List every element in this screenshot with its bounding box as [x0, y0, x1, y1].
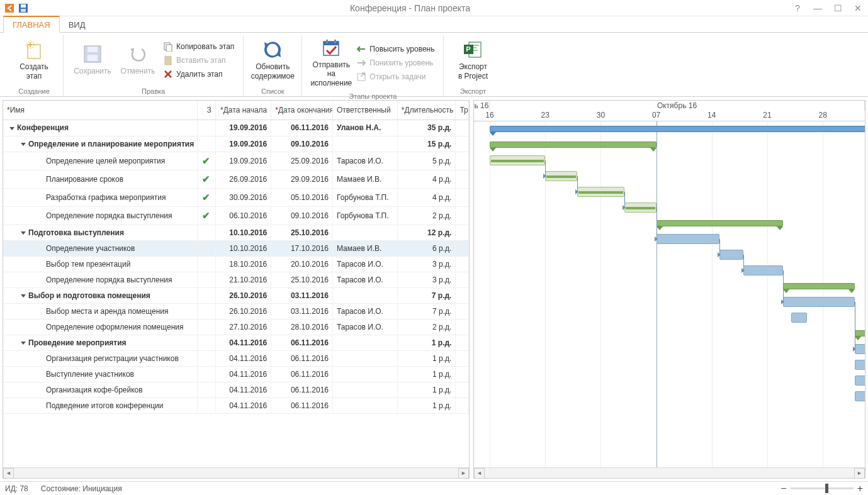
gantt-bar[interactable] [855, 344, 865, 354]
table-row[interactable]: Подготовка выступления10.10.201625.10.20… [3, 225, 469, 240]
refresh-button[interactable]: Обновить содержимое [250, 37, 295, 83]
expand-icon[interactable] [21, 231, 26, 235]
gantt-bar[interactable] [624, 203, 656, 213]
svg-rect-3 [21, 9, 26, 12]
expand-icon[interactable] [9, 127, 14, 130]
gantt-bar[interactable] [855, 360, 865, 370]
table-row[interactable]: Определение оформления помещения27.10.20… [3, 319, 469, 335]
gantt-bar[interactable] [490, 126, 865, 132]
expand-icon[interactable] [21, 143, 26, 146]
tab-view[interactable]: ВИД [60, 17, 94, 32]
gantt-bar[interactable] [855, 330, 865, 336]
col-end[interactable]: *Дата окончания [271, 101, 333, 120]
status-id-label: ИД: [5, 484, 18, 493]
close-button[interactable]: ✕ [852, 3, 864, 13]
copy-stage-button[interactable]: Копировать этап [161, 40, 237, 53]
export-button[interactable]: P Экспорт в Project [450, 37, 495, 83]
gantt-bar[interactable] [783, 283, 854, 289]
table-row[interactable]: Определение участников10.10.201617.10.20… [3, 240, 469, 256]
group-create-label: Создание [18, 86, 50, 96]
calendar-check-icon [321, 38, 341, 58]
col-status[interactable]: З [198, 101, 216, 120]
table-row[interactable]: Выбор и подготовка помещения26.10.201603… [3, 287, 469, 303]
task-grid[interactable]: *Имя З *Дата начала *Дата окончания Отве… [3, 100, 470, 479]
gantt-bar[interactable] [783, 297, 854, 307]
send-button[interactable]: Отправить на исполнение [308, 35, 354, 90]
table-row[interactable]: Выбор места и аренда помещения26.10.2016… [3, 303, 469, 319]
table-row[interactable]: Выбор тем презентаций18.10.201620.10.201… [3, 256, 469, 272]
msproject-icon: P [463, 40, 483, 60]
paste-stage-button[interactable]: Вставить этап [161, 54, 237, 67]
refresh-icon [262, 40, 283, 60]
gantt-bar[interactable] [743, 265, 783, 275]
svg-rect-12 [166, 56, 170, 58]
gantt-bar[interactable] [545, 171, 577, 181]
group-export-label: Экспорт [460, 86, 486, 96]
save-big-icon [82, 44, 103, 64]
expand-icon[interactable] [21, 342, 26, 345]
copy-icon [163, 42, 173, 52]
svg-rect-2 [21, 4, 26, 8]
table-row[interactable]: Проведение мероприятия04.11.201606.11.20… [3, 335, 469, 350]
table-row[interactable]: Определение целей мероприятия✔19.09.2016… [3, 152, 469, 170]
delete-stage-button[interactable]: Удалить этап [161, 68, 237, 81]
table-row[interactable]: Организация регистрации участников04.11.… [3, 350, 469, 366]
new-icon [24, 40, 44, 60]
status-bar: ИД: 78 Состояние: Инициация − + [0, 481, 868, 495]
gantt-chart[interactable]: ь 16Октябрь 16 16233007142128 ◄► [473, 100, 865, 479]
svg-rect-10 [166, 45, 172, 52]
col-dur[interactable]: *Длительность [397, 101, 456, 120]
gantt-bar[interactable] [657, 234, 720, 244]
table-row[interactable]: Организация кофе-брейков04.11.201606.11.… [3, 382, 469, 398]
maximize-button[interactable]: ☐ [831, 3, 844, 13]
status-id-value: 78 [20, 484, 28, 493]
open-tasks-button[interactable]: Открыть задачи [354, 70, 437, 83]
promote-button[interactable]: Повысить уровень [354, 43, 437, 55]
create-stage-button[interactable]: Создать этап [11, 37, 57, 83]
gantt-bar[interactable] [657, 220, 784, 226]
gantt-bar[interactable] [490, 155, 545, 165]
undo-icon [128, 44, 148, 64]
arrow-right-icon [356, 58, 366, 68]
gantt-bar[interactable] [791, 313, 807, 323]
expand-icon[interactable] [21, 294, 26, 298]
arrow-left-icon [356, 44, 366, 54]
table-row[interactable]: Планирование сроков✔26.09.201629.09.2016… [3, 170, 469, 188]
zoom-slider[interactable]: − + [781, 483, 863, 494]
col-name[interactable]: *Имя [3, 101, 198, 120]
col-resp[interactable]: Ответственный [332, 101, 397, 120]
gantt-bar[interactable] [490, 142, 657, 148]
demote-button[interactable]: Понизить уровень [354, 57, 437, 69]
delete-icon [163, 69, 173, 79]
minimize-button[interactable]: — [811, 3, 824, 13]
col-extra[interactable]: Тр [456, 101, 469, 120]
help-button[interactable]: ? [791, 3, 804, 13]
check-icon: ✔ [202, 210, 210, 221]
app-icon[interactable] [4, 3, 15, 14]
table-row[interactable]: Определение и планирование мероприятия19… [3, 136, 469, 152]
table-row[interactable]: Конференция19.09.201606.11.2016Уланов Н.… [3, 120, 469, 136]
group-edit-label: Правка [142, 86, 165, 96]
col-start[interactable]: *Дата начала [215, 101, 271, 120]
table-row[interactable]: Выступление участников04.11.201606.11.20… [3, 366, 469, 382]
table-row[interactable]: Подведение итогов конференции04.11.20160… [3, 398, 469, 413]
ribbon: Создать этап Создание Сохранить Отменить… [0, 33, 868, 97]
undo-button[interactable]: Отменить [115, 42, 161, 78]
save-icon[interactable] [18, 3, 29, 14]
gantt-bar[interactable] [719, 250, 743, 260]
svg-rect-16 [334, 40, 336, 43]
gantt-bar[interactable] [855, 375, 865, 386]
table-row[interactable]: Определение порядка выступления21.10.201… [3, 272, 469, 287]
table-row[interactable]: Разработка графика мероприятия✔30.09.201… [3, 188, 469, 206]
gantt-bar[interactable] [577, 187, 625, 197]
grid-hscroll[interactable]: ◄► [3, 467, 469, 478]
save-button[interactable]: Сохранить [70, 42, 115, 78]
open-icon [356, 72, 366, 82]
table-row[interactable]: Определение порядка выступления✔06.10.20… [3, 206, 469, 225]
paste-icon [163, 55, 173, 65]
gantt-bar[interactable] [855, 391, 865, 401]
tab-main[interactable]: ГЛАВНАЯ [3, 16, 60, 33]
gantt-hscroll[interactable]: ◄► [474, 467, 865, 478]
group-list-label: Список [261, 86, 285, 96]
check-icon: ✔ [202, 192, 210, 203]
